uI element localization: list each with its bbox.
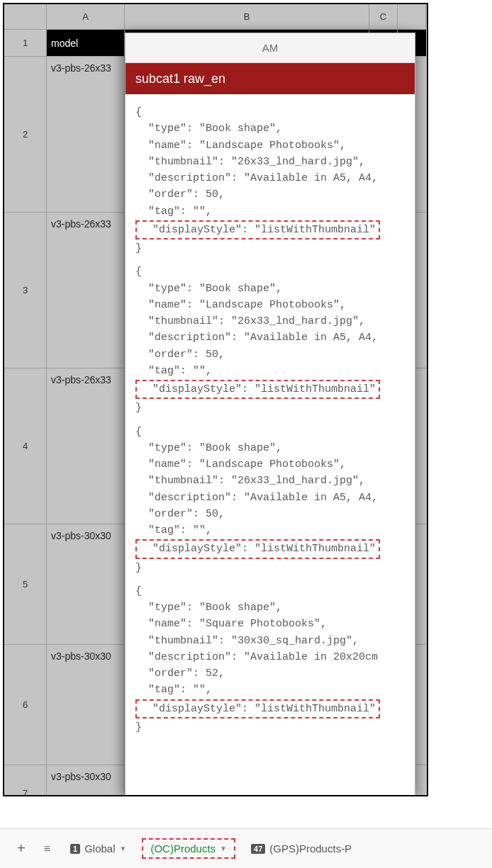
json-line: "tag": "", [135,203,408,220]
select-all-corner[interactable] [4,4,47,29]
json-line: "type": "Book shape", [135,440,408,456]
tab-label: (GPS)Products-P [269,842,352,855]
json-line: "thumbnail": "26x33_lnd_hard.jpg", [135,473,408,489]
highlight-box: "displayStyle": "listWithThumbnail" [135,699,380,718]
overlay-title: subcat1 raw_en [125,63,415,94]
json-line-highlighted: "displayStyle": "listWithThumbnail" [135,220,408,240]
json-line: { [135,104,408,120]
overlay-body[interactable]: { "type": "Book shape", "name": "Landsca… [125,94,415,796]
highlight-box: "displayStyle": "listWithThumbnail" [135,380,380,399]
json-line: "description": "Available in 20x20cm [135,649,408,665]
json-line: "name": "Landscape Photobooks", [135,137,408,154]
json-line: "description": "Available in A5, A4, [135,170,408,186]
json-line: "tag": "", [135,522,408,539]
cell-A5[interactable]: v3-pbs-30x30 [47,524,125,644]
tab-badge: 47 [251,844,265,854]
cell-A3[interactable]: v3-pbs-26x33 [47,213,125,368]
highlight-box: "displayStyle": "listWithThumbnail" [135,220,380,239]
json-block: { "type": "Book shape", "name": "Landsca… [135,104,408,257]
json-line: "name": "Landscape Photobooks", [135,456,408,473]
chevron-down-icon: ▼ [220,845,227,852]
tab-label: Global [84,842,115,855]
row-number[interactable]: 6 [4,645,47,765]
json-line: "thumbnail": "26x33_lnd_hard.jpg", [135,154,408,170]
json-line: "name": "Landscape Photobooks", [135,297,408,313]
json-line: { [135,583,408,599]
row-number[interactable]: 4 [4,368,47,524]
json-line: } [135,240,408,257]
json-line: "tag": "", [135,363,408,379]
json-line: } [135,719,408,735]
json-block: { "type": "Book shape", "name": "Landsca… [135,264,408,416]
tab-gps-products[interactable]: 47 (GPS)Products-P [245,838,357,859]
overlay-column-label: AM [125,33,415,63]
json-line: "description": "Available in A5, A4, [135,329,408,346]
column-header-B[interactable]: B [125,4,369,29]
row-number[interactable]: 7 [4,765,47,796]
tab-label: (OC)Products [150,842,216,855]
json-line: { [135,424,408,440]
tab-badge: 1 [70,844,80,854]
json-line: "thumbnail": "26x33_lnd_hard.jpg", [135,313,408,329]
cell-A4[interactable]: v3-pbs-26x33 [47,368,125,524]
row-number[interactable]: 5 [4,524,47,644]
column-header-C[interactable]: C [369,4,398,29]
json-line: "thumbnail": "30x30_sq_hard.jpg", [135,633,408,649]
cell-A7[interactable]: v3-pbs-30x30 [47,765,125,796]
json-line: "order": 50, [135,186,408,203]
json-line: "name": "Square Photobooks", [135,616,408,632]
cell-A6[interactable]: v3-pbs-30x30 [47,645,125,765]
json-line: "tag": "", [135,682,408,698]
json-line: "order": 50, [135,506,408,522]
sheet-tab-bar: + ≡ 1 Global ▼ (OC)Products ▼ 47 (GPS)Pr… [0,828,492,868]
json-block: { "type": "Book shape", "name": "Square … [135,583,408,735]
cell-A1[interactable]: model [47,30,125,56]
json-line: "description": "Available in A5, A4, [135,490,408,506]
json-line: "type": "Book shape", [135,281,408,297]
json-line: "order": 52, [135,665,408,682]
add-sheet-button[interactable]: + [13,840,30,857]
row-number[interactable]: 3 [4,213,47,368]
all-sheets-menu[interactable]: ≡ [40,842,55,855]
json-line: { [135,264,408,280]
json-line: } [135,400,408,416]
column-header-extra[interactable] [398,4,426,29]
column-header-A[interactable]: A [47,4,125,29]
tab-global[interactable]: 1 Global ▼ [65,838,132,859]
tab-oc-products[interactable]: (OC)Products ▼ [142,838,235,859]
highlight-box: "displayStyle": "listWithThumbnail" [135,539,380,558]
json-line: } [135,560,408,576]
json-block: { "type": "Book shape", "name": "Landsca… [135,424,408,576]
row-number[interactable]: 2 [4,57,47,212]
json-line: "order": 50, [135,346,408,363]
json-line: "type": "Book shape", [135,599,408,616]
chevron-down-icon: ▼ [120,845,127,852]
column-header-row: A B C [4,4,427,30]
spreadsheet-frame: A B C 1 model 2 v3-pbs-26x33 3 [3,3,428,796]
json-line-highlighted: "displayStyle": "listWithThumbnail" [135,539,408,559]
cell-A2[interactable]: v3-pbs-26x33 [47,57,125,212]
row-number[interactable]: 1 [4,30,47,56]
json-line: "type": "Book shape", [135,120,408,137]
json-line-highlighted: "displayStyle": "listWithThumbnail" [135,699,408,719]
cell-preview-overlay: AM subcat1 raw_en { "type": "Book shape"… [125,33,415,796]
json-line-highlighted: "displayStyle": "listWithThumbnail" [135,379,408,400]
